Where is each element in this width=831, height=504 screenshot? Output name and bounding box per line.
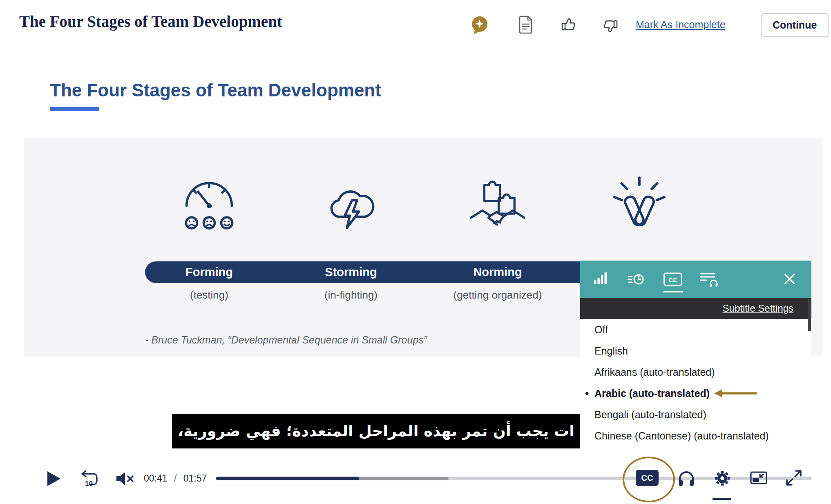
option-label: Chinese (Cantonese) (auto-translated)	[594, 430, 769, 442]
captions-tab-icon[interactable]: CC	[663, 272, 682, 286]
mark-as-incomplete-link[interactable]: Mark As Incomplete	[636, 19, 726, 31]
progress-played	[216, 477, 359, 480]
caption-overlay: ات يجب أن تمر بهذه المراحل المتعددة؛ فهي…	[172, 414, 580, 448]
mute-icon[interactable]	[115, 471, 135, 486]
subtitle-option-arabic[interactable]: • Arabic (auto-translated)	[580, 383, 811, 404]
option-label: Bengali (auto-translated)	[594, 409, 706, 421]
pip-icon[interactable]	[750, 471, 767, 486]
slide-attribution: - Bruce Tuckman, “Developmental Sequence…	[145, 334, 427, 346]
course-player-page: The Four Stages of Team Development	[0, 0, 831, 504]
subtitle-option-afrikaans[interactable]: Afrikaans (auto-translated)	[580, 361, 811, 383]
subtitle-settings-bar: Subtitle Settings	[580, 298, 811, 319]
settings-gear-icon[interactable]	[714, 470, 731, 487]
subtitle-option-english[interactable]: English	[580, 340, 811, 361]
subtitle-option-chinese-cantonese[interactable]: Chinese (Cantonese) (auto-translated)	[580, 425, 811, 446]
subtitle-language-list: Off English Afrikaans (auto-translated) …	[580, 319, 811, 448]
stage-descriptor-norming: (getting organized)	[432, 289, 563, 301]
quality-tab-icon[interactable]	[594, 272, 607, 285]
option-label: Off	[594, 324, 608, 336]
high-five-icon	[609, 174, 670, 237]
audio-tab-icon[interactable]	[700, 272, 718, 287]
course-title: The Four Stages of Team Development	[19, 12, 282, 31]
headphones-icon[interactable]	[678, 470, 695, 487]
captions-button-label: CC	[641, 473, 653, 482]
duration: 01:57	[183, 473, 207, 484]
subtitle-option-off[interactable]: Off	[580, 319, 811, 340]
svg-text:10: 10	[85, 480, 93, 488]
subtitle-popup-header: CC	[580, 261, 811, 298]
stage-descriptor-forming: (testing)	[144, 289, 275, 301]
stage-descriptor-storming: (in-fighting)	[286, 289, 416, 301]
current-time: 00:41	[144, 473, 168, 484]
subtitle-settings-link[interactable]: Subtitle Settings	[723, 303, 793, 314]
captions-tab-active-underline	[663, 291, 683, 292]
time-display: 00:41 / 01:57	[144, 473, 207, 484]
popup-scrollbar[interactable]	[808, 299, 811, 331]
annotation-arrow	[714, 386, 757, 401]
svg-text:CC: CC	[668, 277, 677, 283]
option-label: English	[594, 345, 628, 357]
gauge-faces-icon	[176, 176, 242, 232]
time-separator: /	[174, 473, 176, 484]
lesson-heading: The Four Stages of Team Development	[50, 80, 381, 100]
thumbs-down-icon[interactable]	[601, 17, 619, 35]
option-label: Afrikaans (auto-translated)	[594, 366, 715, 378]
heading-accent	[50, 107, 99, 111]
close-icon[interactable]	[784, 274, 795, 284]
play-icon[interactable]	[47, 471, 61, 487]
captions-button[interactable]: CC	[636, 470, 659, 486]
stage-label-norming: Norming	[436, 261, 559, 283]
rewind-10-icon[interactable]: 10	[80, 469, 100, 488]
selected-bullet: •	[585, 388, 594, 399]
puzzle-handshake-icon	[467, 175, 528, 236]
stage-label-forming: Forming	[148, 261, 270, 283]
storm-cloud-icon	[320, 175, 382, 236]
continue-button[interactable]: Continue	[761, 13, 829, 37]
subtitle-option-bengali[interactable]: Bengali (auto-translated)	[580, 404, 811, 425]
settings-active-underline	[713, 498, 731, 500]
speed-tab-icon[interactable]	[628, 273, 645, 286]
thumbs-up-icon[interactable]	[561, 16, 579, 33]
fullscreen-icon[interactable]	[786, 470, 802, 486]
option-label: Arabic (auto-translated)	[594, 388, 710, 399]
stage-label-storming: Storming	[290, 261, 412, 283]
chat-badge-icon[interactable]	[470, 16, 489, 35]
top-bar: The Four Stages of Team Development	[0, 0, 831, 50]
transcript-icon[interactable]	[518, 16, 534, 34]
